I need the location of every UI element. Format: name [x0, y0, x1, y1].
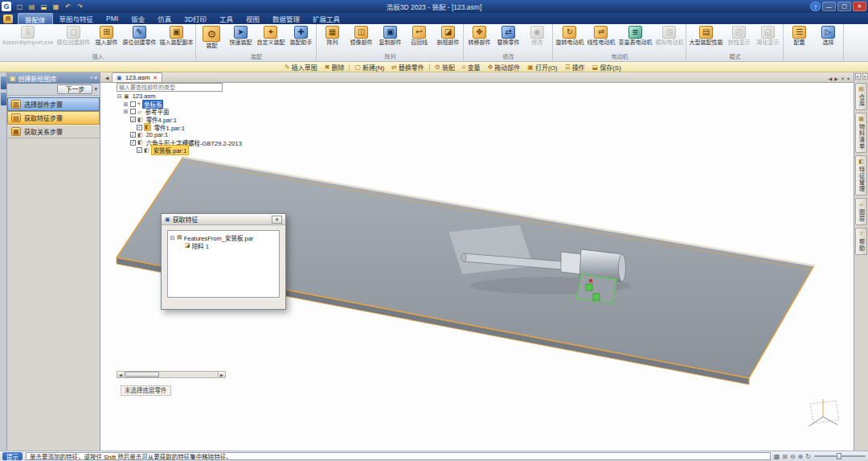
cmd-drag-part[interactable]: ✥拖动部件 — [485, 62, 524, 72]
right-tab-feature-manager[interactable]: ◧特征管理 — [855, 155, 867, 196]
zoom-slider-thumb[interactable] — [837, 453, 841, 459]
cmd-save-doc[interactable]: ⬓保存(S) — [589, 62, 624, 72]
fit-view-icon[interactable]: ▦ — [774, 453, 780, 460]
tree-row[interactable]: ⊞⌖坐标系 — [117, 101, 261, 109]
ribbon-button-transfer-part[interactable]: ✥转移部件 — [465, 25, 493, 46]
ribbon-button-pattern[interactable]: ▦阵列 — [317, 25, 346, 46]
next-step-button[interactable]: 下一步 — [57, 84, 92, 94]
close-button[interactable]: ✕ — [853, 2, 866, 11]
expander-icon[interactable]: ⊞ — [123, 101, 129, 107]
ribbon-button-copy-part[interactable]: ▣复制部件 — [375, 25, 404, 46]
tab-close-all-icon[interactable]: ✕ — [841, 76, 845, 81]
ribbon-button-quick-assemble[interactable]: ➤快速装配 — [226, 25, 255, 46]
right-tab-bom[interactable]: ▦物料清单 — [855, 113, 867, 153]
minimize-button[interactable]: — — [822, 2, 836, 11]
orientation-triad[interactable] — [802, 393, 844, 438]
zoom-slider[interactable] — [814, 452, 866, 460]
wizard-step-get-features[interactable]: ▤获取特征步骤 — [7, 111, 100, 125]
3d-viewport[interactable]: ⊟▣123.asm⊞⌖坐标系⊞▱参考平面✓◧零件4.par:1✓◧零件1.par… — [100, 83, 854, 451]
ribbon-button-select-tool[interactable]: ▷选择 — [813, 25, 842, 46]
ribbon-button-create-part[interactable]: ✎原位创建零件 — [121, 25, 158, 46]
checkbox[interactable]: ✓ — [130, 140, 136, 146]
undo-icon[interactable]: ↶ — [63, 2, 73, 11]
right-tab-library[interactable]: ▤仓库 — [855, 83, 867, 110]
cmd-open-doc[interactable]: ▣打开(O) — [524, 62, 560, 72]
print-icon[interactable]: ▦ — [51, 2, 61, 11]
panel-close-icon[interactable]: ✕ — [862, 73, 868, 80]
menu-item-3D打印[interactable]: 3D打印 — [178, 13, 213, 24]
tree-row[interactable]: ⊞▱参考平面 — [117, 108, 261, 116]
ribbon-button-variable-motor[interactable]: ≣变量表电动机 — [616, 25, 653, 46]
ribbon-button-custom-assemble[interactable]: ✦自定义装配 — [255, 25, 286, 46]
ribbon-button-linear-motor[interactable]: ⇌线性电动机 — [585, 25, 616, 46]
zoom-out-icon[interactable]: ⊖ — [790, 453, 796, 460]
menu-item-钣金[interactable]: 钣金 — [125, 13, 151, 24]
cmd-replace-cmd[interactable]: ⇄替换零件 — [388, 62, 428, 72]
expander-icon[interactable]: ⊟ — [170, 235, 175, 241]
scroll-left-icon[interactable]: ◀ — [117, 372, 125, 377]
ribbon-button-configuration[interactable]: ☰配置 — [784, 25, 813, 46]
scroll-right-icon[interactable]: ▶ — [218, 372, 225, 377]
menu-item-视图[interactable]: 视图 — [240, 13, 266, 24]
pathfinder-tab-icon[interactable] — [1, 93, 6, 105]
horizontal-scrollbar[interactable]: ◀ ▶ — [117, 371, 226, 378]
panel-collapse-icon[interactable]: ▾ — [94, 75, 97, 81]
app-menu-icon[interactable]: ▤ — [3, 14, 13, 23]
zoom-area-icon[interactable]: ⊞ — [782, 453, 788, 460]
open-file-icon[interactable]: ▤ — [27, 2, 37, 11]
zoom-in-icon[interactable]: ⊕ — [798, 453, 804, 460]
checkbox[interactable]: ✓ — [137, 125, 142, 130]
wizard-step-select-parts[interactable]: ▥选择部件步骤 — [7, 97, 100, 111]
menu-item-PMI[interactable]: PMI — [100, 13, 125, 24]
checkbox[interactable]: ✓ — [130, 132, 136, 138]
menu-item-装配体[interactable]: 装配体 — [18, 13, 53, 24]
scrollbar-thumb[interactable] — [125, 372, 159, 377]
cmd-operate[interactable]: ☰操作 — [561, 62, 588, 72]
tab-scroll-left-icon[interactable]: ◀ — [102, 73, 112, 82]
dialog-list-item[interactable]: ◪除料 1 — [170, 241, 277, 249]
checkbox[interactable]: ✓ — [130, 117, 136, 122]
cmd-new-doc[interactable]: ▢新建(N) — [351, 62, 387, 72]
menu-item-草图与特征[interactable]: 草图与特征 — [53, 13, 100, 24]
menu-item-扩展工具[interactable]: 扩展工具 — [306, 13, 346, 24]
new-file-icon[interactable]: ▢ — [14, 2, 25, 11]
ribbon-button-insert-assembly-copy[interactable]: ▣插入装配副本 — [158, 25, 194, 46]
panel-pin-icon[interactable]: ▾ — [855, 73, 861, 80]
pin-panel-icon[interactable]: ▾ — [847, 76, 850, 81]
tree-row[interactable]: ✓◧零件1.par:1 — [117, 123, 261, 131]
component-filter-input[interactable] — [117, 83, 223, 92]
maximize-button[interactable]: ▢ — [837, 2, 851, 11]
ribbon-button-recall-line[interactable]: ↩召回线 — [404, 25, 433, 46]
cmd-assemble-cmd[interactable]: ⚙装配 — [432, 62, 458, 72]
expander-icon[interactable]: ⊟ — [117, 93, 122, 99]
dialog-close-icon[interactable]: ✕ — [272, 216, 282, 224]
dialog-list-item[interactable]: ⊟▤FeaturesFrom_安装板.par — [170, 233, 277, 241]
get-features-dialog[interactable]: ▣ 获取特征 ✕ ⊟▤FeaturesFrom_安装板.par◪除料 1 — [161, 213, 286, 310]
rotate-view-icon[interactable]: ↻ — [805, 453, 811, 460]
ribbon-button-assemble[interactable]: ⚙装配 — [197, 25, 226, 49]
tree-row[interactable]: ✓◧零件4.par:1 — [117, 116, 261, 124]
right-tab-layers[interactable]: ▱图层 — [855, 198, 867, 225]
ribbon-button-mirror-part[interactable]: ◫镜像部件 — [346, 25, 375, 46]
tab-close-icon[interactable]: ✕ — [153, 75, 158, 81]
dialog-title-bar[interactable]: ▣ 获取特征 ✕ — [162, 214, 285, 225]
chevron-down-icon[interactable]: ▾ — [94, 86, 97, 93]
ribbon-button-section-part[interactable]: ◪剖视部件 — [433, 25, 462, 46]
panel-menu-icon[interactable]: ≡ — [89, 75, 92, 81]
tab-scroll-left-icon[interactable]: ◀ — [829, 76, 833, 81]
cmd-delete[interactable]: ✖删除 — [321, 62, 348, 72]
tree-row[interactable]: ⊟▣123.asm — [117, 93, 261, 101]
menu-item-数据管理[interactable]: 数据管理 — [266, 13, 306, 24]
checkbox[interactable]: ✓ — [137, 147, 142, 153]
ribbon-button-insert-part[interactable]: ⊞插入部件 — [92, 25, 121, 46]
menu-item-仿真[interactable]: 仿真 — [151, 13, 178, 24]
navigator-tab-icon[interactable] — [1, 76, 6, 89]
wizard-step-get-relations[interactable]: ▦获取关系步骤 — [7, 125, 100, 138]
checkbox[interactable] — [130, 109, 136, 114]
ribbon-button-rotary-motor[interactable]: ↻旋转电动机 — [554, 25, 585, 46]
ribbon-button-large-assembly[interactable]: ▤大型装配性能 — [687, 25, 724, 46]
tree-row[interactable]: ✓◧安装板.par:1 — [117, 146, 261, 154]
redo-icon[interactable]: ↷ — [75, 2, 85, 11]
document-tab[interactable]: ▣ 123.asm ✕ — [112, 72, 162, 82]
tab-scroll-right-icon[interactable]: ▶ — [834, 76, 838, 81]
